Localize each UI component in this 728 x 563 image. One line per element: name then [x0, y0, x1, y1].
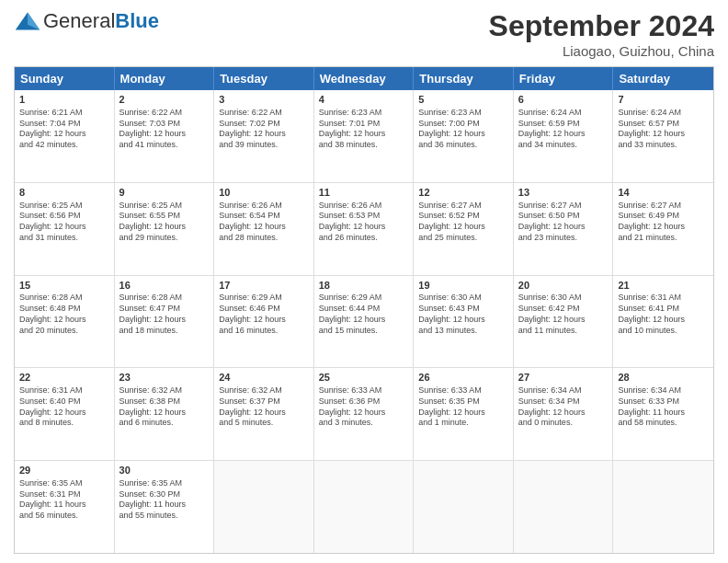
day-info: Sunrise: 6:28 AM Sunset: 6:48 PM Dayligh…	[19, 293, 109, 336]
table-row	[214, 461, 314, 553]
table-row	[613, 461, 713, 553]
day-number: 20	[518, 279, 609, 293]
table-row: 28Sunrise: 6:34 AM Sunset: 6:33 PM Dayli…	[613, 368, 713, 460]
calendar-body: 1Sunrise: 6:21 AM Sunset: 7:04 PM Daylig…	[15, 90, 713, 553]
logo-general: General	[43, 9, 115, 33]
table-row: 22Sunrise: 6:31 AM Sunset: 6:40 PM Dayli…	[15, 368, 115, 460]
day-number: 24	[219, 371, 309, 385]
table-row: 26Sunrise: 6:33 AM Sunset: 6:35 PM Dayli…	[414, 368, 514, 460]
day-number: 26	[418, 371, 508, 385]
day-info: Sunrise: 6:27 AM Sunset: 6:50 PM Dayligh…	[518, 201, 609, 244]
table-row: 4Sunrise: 6:23 AM Sunset: 7:01 PM Daylig…	[314, 90, 415, 182]
day-info: Sunrise: 6:29 AM Sunset: 6:44 PM Dayligh…	[319, 293, 409, 336]
header-tuesday: Tuesday	[214, 67, 314, 90]
page: GeneralBlue September 2024 Liaogao, Guiz…	[0, 0, 728, 563]
day-number: 13	[518, 186, 609, 200]
day-info: Sunrise: 6:28 AM Sunset: 6:47 PM Dayligh…	[119, 293, 210, 336]
day-number: 8	[19, 186, 109, 200]
day-number: 17	[219, 279, 309, 293]
calendar-header-row: Sunday Monday Tuesday Wednesday Thursday…	[15, 67, 713, 90]
table-row: 7Sunrise: 6:24 AM Sunset: 6:57 PM Daylig…	[613, 90, 713, 182]
table-row: 13Sunrise: 6:27 AM Sunset: 6:50 PM Dayli…	[514, 183, 614, 275]
day-info: Sunrise: 6:27 AM Sunset: 6:52 PM Dayligh…	[418, 201, 508, 244]
table-row: 19Sunrise: 6:30 AM Sunset: 6:43 PM Dayli…	[414, 276, 514, 368]
day-info: Sunrise: 6:31 AM Sunset: 6:41 PM Dayligh…	[618, 293, 709, 336]
table-row: 3Sunrise: 6:22 AM Sunset: 7:02 PM Daylig…	[214, 90, 314, 182]
table-row: 18Sunrise: 6:29 AM Sunset: 6:44 PM Dayli…	[314, 276, 415, 368]
week-row-3: 15Sunrise: 6:28 AM Sunset: 6:48 PM Dayli…	[15, 276, 713, 369]
logo-icon	[14, 11, 41, 31]
day-number: 22	[19, 371, 109, 385]
table-row: 21Sunrise: 6:31 AM Sunset: 6:41 PM Dayli…	[613, 276, 713, 368]
calendar: Sunday Monday Tuesday Wednesday Thursday…	[14, 66, 714, 554]
day-number: 16	[119, 279, 210, 293]
day-info: Sunrise: 6:34 AM Sunset: 6:34 PM Dayligh…	[518, 385, 609, 429]
day-info: Sunrise: 6:26 AM Sunset: 6:54 PM Dayligh…	[219, 201, 309, 244]
table-row: 5Sunrise: 6:23 AM Sunset: 7:00 PM Daylig…	[414, 90, 514, 182]
day-number: 11	[319, 186, 409, 200]
table-row	[514, 461, 614, 553]
day-info: Sunrise: 6:34 AM Sunset: 6:33 PM Dayligh…	[618, 385, 709, 429]
day-info: Sunrise: 6:35 AM Sunset: 6:31 PM Dayligh…	[19, 478, 109, 522]
header-saturday: Saturday	[613, 67, 713, 90]
day-info: Sunrise: 6:26 AM Sunset: 6:53 PM Dayligh…	[319, 201, 409, 244]
header-thursday: Thursday	[414, 67, 514, 90]
week-row-4: 22Sunrise: 6:31 AM Sunset: 6:40 PM Dayli…	[15, 368, 713, 461]
header-friday: Friday	[514, 67, 614, 90]
day-number: 27	[518, 371, 609, 385]
day-info: Sunrise: 6:27 AM Sunset: 6:49 PM Dayligh…	[618, 201, 709, 244]
day-number: 23	[119, 371, 210, 385]
table-row: 11Sunrise: 6:26 AM Sunset: 6:53 PM Dayli…	[314, 183, 415, 275]
day-number: 9	[119, 186, 210, 200]
day-info: Sunrise: 6:25 AM Sunset: 6:55 PM Dayligh…	[119, 201, 210, 244]
logo-blue: Blue	[115, 9, 159, 33]
day-info: Sunrise: 6:35 AM Sunset: 6:30 PM Dayligh…	[119, 478, 210, 522]
day-info: Sunrise: 6:32 AM Sunset: 6:38 PM Dayligh…	[119, 385, 210, 429]
table-row: 2Sunrise: 6:22 AM Sunset: 7:03 PM Daylig…	[115, 90, 215, 182]
day-info: Sunrise: 6:32 AM Sunset: 6:37 PM Dayligh…	[219, 385, 309, 429]
day-info: Sunrise: 6:30 AM Sunset: 6:43 PM Dayligh…	[418, 293, 508, 336]
day-number: 14	[618, 186, 709, 200]
day-info: Sunrise: 6:21 AM Sunset: 7:04 PM Dayligh…	[19, 108, 109, 151]
table-row: 17Sunrise: 6:29 AM Sunset: 6:46 PM Dayli…	[214, 276, 314, 368]
day-number: 28	[618, 371, 709, 385]
header-sunday: Sunday	[15, 67, 115, 90]
table-row: 9Sunrise: 6:25 AM Sunset: 6:55 PM Daylig…	[115, 183, 215, 275]
day-number: 1	[19, 93, 109, 107]
day-number: 25	[319, 371, 409, 385]
header: GeneralBlue September 2024 Liaogao, Guiz…	[14, 9, 714, 59]
table-row: 20Sunrise: 6:30 AM Sunset: 6:42 PM Dayli…	[514, 276, 614, 368]
table-row: 25Sunrise: 6:33 AM Sunset: 6:36 PM Dayli…	[314, 368, 415, 460]
day-info: Sunrise: 6:22 AM Sunset: 7:03 PM Dayligh…	[119, 108, 210, 151]
week-row-1: 1Sunrise: 6:21 AM Sunset: 7:04 PM Daylig…	[15, 90, 713, 183]
table-row: 16Sunrise: 6:28 AM Sunset: 6:47 PM Dayli…	[115, 276, 215, 368]
day-info: Sunrise: 6:31 AM Sunset: 6:40 PM Dayligh…	[19, 385, 109, 429]
day-info: Sunrise: 6:23 AM Sunset: 7:00 PM Dayligh…	[418, 108, 508, 151]
title-block: September 2024 Liaogao, Guizhou, China	[489, 9, 714, 59]
table-row: 30Sunrise: 6:35 AM Sunset: 6:30 PM Dayli…	[115, 461, 215, 553]
day-info: Sunrise: 6:33 AM Sunset: 6:35 PM Dayligh…	[418, 385, 508, 429]
day-number: 15	[19, 279, 109, 293]
day-number: 30	[119, 464, 210, 477]
day-number: 5	[418, 93, 508, 107]
logo: GeneralBlue	[14, 9, 159, 33]
day-info: Sunrise: 6:33 AM Sunset: 6:36 PM Dayligh…	[319, 385, 409, 429]
table-row: 10Sunrise: 6:26 AM Sunset: 6:54 PM Dayli…	[214, 183, 314, 275]
header-wednesday: Wednesday	[314, 67, 415, 90]
table-row: 14Sunrise: 6:27 AM Sunset: 6:49 PM Dayli…	[613, 183, 713, 275]
day-number: 29	[19, 464, 109, 477]
location: Liaogao, Guizhou, China	[489, 43, 714, 59]
day-info: Sunrise: 6:25 AM Sunset: 6:56 PM Dayligh…	[19, 201, 109, 244]
month-title: September 2024	[489, 9, 714, 43]
table-row: 29Sunrise: 6:35 AM Sunset: 6:31 PM Dayli…	[15, 461, 115, 553]
header-monday: Monday	[115, 67, 215, 90]
day-number: 21	[618, 279, 709, 293]
day-info: Sunrise: 6:24 AM Sunset: 6:59 PM Dayligh…	[518, 108, 609, 151]
day-number: 10	[219, 186, 309, 200]
day-number: 12	[418, 186, 508, 200]
day-number: 4	[319, 93, 409, 107]
day-number: 3	[219, 93, 309, 107]
table-row: 6Sunrise: 6:24 AM Sunset: 6:59 PM Daylig…	[514, 90, 614, 182]
table-row: 12Sunrise: 6:27 AM Sunset: 6:52 PM Dayli…	[414, 183, 514, 275]
day-info: Sunrise: 6:24 AM Sunset: 6:57 PM Dayligh…	[618, 108, 709, 151]
